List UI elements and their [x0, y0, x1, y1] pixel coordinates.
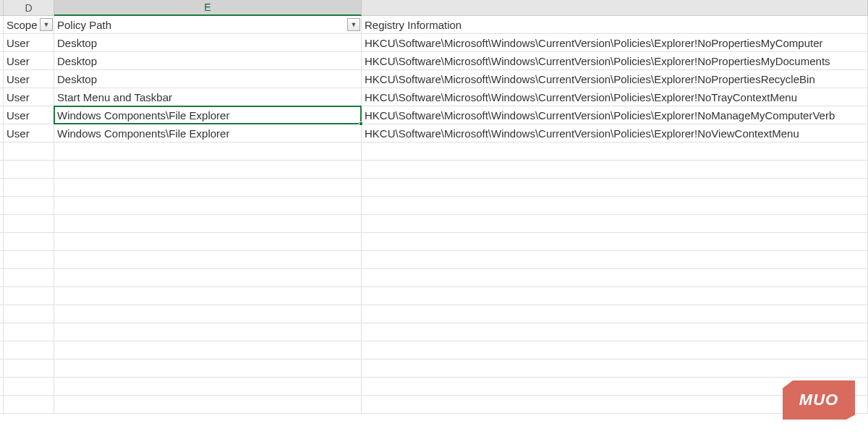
- empty-cell[interactable]: [54, 215, 362, 233]
- column-header-F[interactable]: [362, 0, 868, 15]
- empty-cell[interactable]: [362, 269, 868, 287]
- header-cell-policy-path[interactable]: Policy Path ▼: [54, 16, 362, 34]
- cell-scope[interactable]: User: [4, 52, 54, 70]
- empty-cell[interactable]: [4, 233, 54, 251]
- empty-cell[interactable]: [54, 359, 362, 378]
- empty-cell[interactable]: [54, 396, 362, 414]
- empty-cell[interactable]: [362, 305, 868, 323]
- empty-row: [0, 233, 868, 251]
- header-cell-scope[interactable]: Scope ▼: [4, 16, 54, 34]
- empty-cell[interactable]: [4, 161, 54, 179]
- empty-cell[interactable]: [54, 197, 362, 215]
- empty-cell[interactable]: [362, 233, 868, 251]
- empty-cell[interactable]: [362, 251, 868, 269]
- empty-cell[interactable]: [362, 197, 868, 215]
- table-row: User Windows Components\File Explorer HK…: [0, 124, 868, 142]
- table-row: User Windows Components\File Explorer HK…: [0, 106, 868, 124]
- empty-row: [0, 341, 868, 359]
- empty-row: [0, 251, 868, 269]
- watermark-text: MUO: [783, 380, 855, 420]
- empty-cell[interactable]: [362, 215, 868, 233]
- empty-cell[interactable]: [4, 215, 54, 233]
- empty-cell[interactable]: [54, 287, 362, 305]
- empty-cell[interactable]: [4, 287, 54, 305]
- empty-row: [0, 359, 868, 378]
- empty-cell[interactable]: [54, 305, 362, 323]
- empty-cell[interactable]: [362, 287, 868, 305]
- empty-row: [0, 161, 868, 179]
- table-row: User Desktop HKCU\Software\Microsoft\Win…: [0, 52, 868, 70]
- empty-cell[interactable]: [54, 251, 362, 269]
- header-label: Policy Path: [57, 19, 111, 31]
- empty-cell[interactable]: [362, 341, 868, 359]
- empty-cell[interactable]: [4, 142, 54, 161]
- cell-scope[interactable]: User: [4, 106, 54, 124]
- column-header-E-active[interactable]: E: [54, 0, 362, 16]
- empty-cell[interactable]: [362, 142, 868, 161]
- empty-row: [0, 142, 868, 161]
- cell-policy-path[interactable]: Start Menu and Taskbar: [54, 88, 362, 106]
- empty-cell[interactable]: [362, 323, 868, 341]
- empty-cell[interactable]: [4, 341, 54, 359]
- header-label: Registry Information: [365, 19, 461, 31]
- filter-button-policy-path[interactable]: ▼: [347, 18, 360, 31]
- empty-row: [0, 378, 868, 396]
- cell-registry-info[interactable]: HKCU\Software\Microsoft\Windows\CurrentV…: [362, 34, 868, 52]
- chevron-down-icon: ▼: [43, 16, 50, 34]
- spreadsheet-area: D E E Scope ▼ Policy Path ▼ Registry Inf…: [0, 0, 868, 434]
- empty-row: [0, 215, 868, 233]
- cell-policy-path[interactable]: Windows Components\File Explorer: [54, 106, 362, 124]
- empty-row: [0, 197, 868, 215]
- empty-cell[interactable]: [362, 359, 868, 378]
- cell-scope[interactable]: User: [4, 70, 54, 88]
- empty-cell[interactable]: [54, 323, 362, 341]
- cell-grid: Scope ▼ Policy Path ▼ Registry Informati…: [0, 16, 868, 434]
- cell-scope[interactable]: User: [4, 124, 54, 142]
- header-cell-registry-info[interactable]: Registry Information: [362, 16, 868, 34]
- cell-policy-path[interactable]: Windows Components\File Explorer: [54, 124, 362, 142]
- watermark-logo: MUO: [783, 380, 855, 420]
- empty-row: [0, 396, 868, 414]
- chevron-down-icon: ▼: [351, 16, 357, 34]
- empty-cell[interactable]: [54, 378, 362, 396]
- cell-registry-info[interactable]: HKCU\Software\Microsoft\Windows\CurrentV…: [362, 124, 868, 142]
- empty-cell[interactable]: [54, 142, 362, 161]
- cell-policy-path[interactable]: Desktop: [54, 34, 362, 52]
- empty-row: [0, 179, 868, 197]
- empty-cell[interactable]: [4, 305, 54, 323]
- cell-policy-path[interactable]: Desktop: [54, 70, 362, 88]
- filter-button-scope[interactable]: ▼: [40, 18, 53, 31]
- cell-policy-path[interactable]: Desktop: [54, 52, 362, 70]
- table-row: User Desktop HKCU\Software\Microsoft\Win…: [0, 70, 868, 88]
- empty-cell[interactable]: [4, 197, 54, 215]
- empty-cell[interactable]: [4, 269, 54, 287]
- empty-cell[interactable]: [54, 269, 362, 287]
- header-row: Scope ▼ Policy Path ▼ Registry Informati…: [0, 16, 868, 34]
- cell-registry-info[interactable]: HKCU\Software\Microsoft\Windows\CurrentV…: [362, 88, 868, 106]
- empty-cell[interactable]: [54, 341, 362, 359]
- empty-row: [0, 287, 868, 305]
- empty-cell[interactable]: [4, 323, 54, 341]
- cell-registry-info[interactable]: HKCU\Software\Microsoft\Windows\CurrentV…: [362, 106, 868, 124]
- empty-cell[interactable]: [4, 179, 54, 197]
- column-header-D[interactable]: D: [4, 0, 54, 15]
- empty-cell[interactable]: [4, 359, 54, 378]
- empty-row: [0, 305, 868, 323]
- cell-registry-info[interactable]: HKCU\Software\Microsoft\Windows\CurrentV…: [362, 70, 868, 88]
- empty-row: [0, 323, 868, 341]
- table-row: User Start Menu and Taskbar HKCU\Softwar…: [0, 88, 868, 106]
- header-label: Scope: [7, 19, 38, 31]
- empty-cell[interactable]: [54, 161, 362, 179]
- empty-cell[interactable]: [362, 161, 868, 179]
- empty-cell[interactable]: [4, 251, 54, 269]
- empty-cell[interactable]: [4, 378, 54, 396]
- empty-cell[interactable]: [54, 179, 362, 197]
- table-row: User Desktop HKCU\Software\Microsoft\Win…: [0, 34, 868, 52]
- cell-registry-info[interactable]: HKCU\Software\Microsoft\Windows\CurrentV…: [362, 52, 868, 70]
- cell-scope[interactable]: User: [4, 34, 54, 52]
- cell-scope[interactable]: User: [4, 88, 54, 106]
- empty-cell[interactable]: [54, 233, 362, 251]
- empty-row: [0, 269, 868, 287]
- empty-cell[interactable]: [4, 396, 54, 414]
- empty-cell[interactable]: [362, 179, 868, 197]
